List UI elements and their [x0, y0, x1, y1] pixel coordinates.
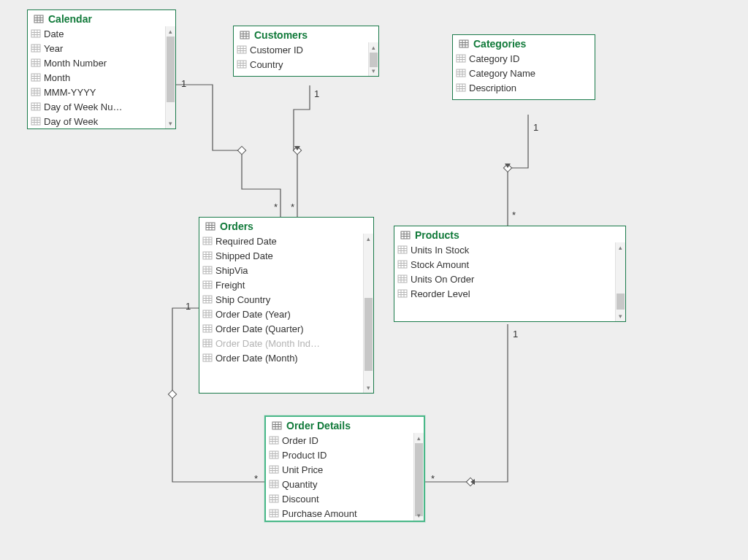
- entity-header-customers[interactable]: Customers: [234, 26, 378, 42]
- column-icon: [202, 353, 213, 363]
- entity-header-calendar[interactable]: Calendar: [28, 10, 175, 26]
- field-item[interactable]: Discount: [266, 491, 413, 506]
- entity-customers[interactable]: Customers Customer ID Country ▴ ▾: [233, 26, 379, 77]
- column-icon: [202, 236, 213, 246]
- field-item[interactable]: Date: [28, 26, 165, 41]
- field-item[interactable]: Month Number: [28, 55, 165, 70]
- table-icon: [34, 14, 44, 24]
- column-icon: [397, 274, 408, 284]
- field-item[interactable]: Freight: [199, 277, 363, 292]
- field-item[interactable]: Country: [234, 57, 368, 72]
- entity-title: Orders: [220, 220, 253, 232]
- scroll-down-icon[interactable]: ▾: [166, 118, 175, 129]
- scroll-up-icon[interactable]: ▴: [166, 26, 175, 37]
- entity-header-categories[interactable]: Categories: [453, 35, 595, 51]
- cardinality-customers-one: 1: [314, 88, 319, 99]
- field-item[interactable]: Month: [28, 70, 165, 85]
- svg-rect-123: [203, 340, 212, 347]
- svg-rect-33: [31, 88, 40, 96]
- svg-rect-88: [203, 237, 212, 245]
- field-item[interactable]: Order Date (Month): [199, 350, 363, 365]
- scrollbar[interactable]: ▴ ▾: [615, 242, 625, 321]
- table-icon: [240, 30, 250, 40]
- scroll-down-icon[interactable]: ▾: [616, 311, 625, 321]
- scroll-thumb[interactable]: [617, 294, 625, 310]
- svg-rect-63: [459, 40, 468, 47]
- entity-header-products[interactable]: Products: [394, 226, 625, 242]
- column-icon: [202, 294, 213, 304]
- field-item[interactable]: Order Date (Month Ind…: [199, 336, 363, 350]
- field-item[interactable]: Reorder Level: [394, 286, 615, 301]
- svg-marker-4: [505, 164, 511, 168]
- field-item[interactable]: Ship Country: [199, 292, 363, 307]
- field-item[interactable]: Stock Amount: [394, 257, 615, 272]
- scroll-up-icon[interactable]: ▴: [414, 433, 424, 443]
- scrollbar[interactable]: ▴ ▾: [413, 433, 424, 521]
- scrollbar[interactable]: ▴ ▾: [165, 26, 175, 129]
- field-item[interactable]: Category ID: [453, 51, 595, 66]
- column-icon: [202, 338, 213, 348]
- entity-header-orders[interactable]: Orders: [199, 218, 373, 234]
- scroll-up-icon[interactable]: ▴: [369, 42, 378, 53]
- entity-title: Customers: [254, 29, 308, 41]
- field-item[interactable]: Unit Price: [266, 462, 413, 477]
- field-item[interactable]: ShipVia: [199, 263, 363, 277]
- entity-header-orderdetails[interactable]: Order Details: [266, 417, 424, 433]
- svg-rect-58: [237, 61, 246, 68]
- scrollbar[interactable]: ▴ ▾: [363, 234, 373, 393]
- field-label: Shipped Date: [215, 250, 273, 261]
- field-label: Month: [44, 72, 70, 83]
- field-item[interactable]: Description: [453, 80, 595, 95]
- column-icon: [237, 45, 247, 55]
- field-item[interactable]: MMM-YYYY: [28, 85, 165, 99]
- scroll-thumb[interactable]: [167, 37, 175, 102]
- field-label: Ship Country: [215, 294, 270, 305]
- field-item[interactable]: Product ID: [266, 448, 413, 462]
- scroll-up-icon[interactable]: ▴: [616, 242, 625, 253]
- scroll-down-icon[interactable]: ▾: [414, 510, 424, 521]
- field-item[interactable]: Category Name: [453, 66, 595, 80]
- scroll-thumb[interactable]: [370, 53, 378, 67]
- svg-rect-13: [31, 30, 40, 37]
- field-label: Discount: [282, 494, 319, 505]
- svg-rect-153: [398, 290, 407, 297]
- svg-rect-173: [270, 466, 278, 473]
- field-item[interactable]: Units In Stock: [394, 242, 615, 257]
- field-item[interactable]: Units On Order: [394, 272, 615, 286]
- svg-marker-7: [470, 479, 475, 485]
- scrollbar[interactable]: ▴ ▾: [368, 42, 378, 76]
- entity-calendar[interactable]: Calendar Date Year Month Number Month MM…: [27, 9, 176, 129]
- svg-rect-6: [466, 477, 474, 486]
- entity-orders[interactable]: Orders Required Date Shipped Date ShipVi…: [199, 217, 374, 394]
- svg-rect-148: [398, 275, 407, 283]
- svg-rect-1: [293, 146, 301, 154]
- field-item[interactable]: Year: [28, 41, 165, 55]
- column-icon: [202, 280, 213, 290]
- svg-rect-143: [398, 261, 407, 268]
- scroll-down-icon[interactable]: ▾: [369, 66, 378, 76]
- field-item[interactable]: Day of Week: [28, 114, 165, 129]
- field-item[interactable]: Customer ID: [234, 42, 368, 57]
- field-item[interactable]: Shipped Date: [199, 248, 363, 263]
- scroll-thumb[interactable]: [415, 443, 423, 516]
- field-item[interactable]: Day of Week Nu…: [28, 99, 165, 114]
- cardinality-products-many: *: [512, 210, 516, 220]
- field-item[interactable]: Order ID: [266, 433, 413, 448]
- field-item[interactable]: Order Date (Quarter): [199, 321, 363, 336]
- field-item[interactable]: Required Date: [199, 234, 363, 248]
- column-icon: [456, 53, 466, 64]
- scroll-down-icon[interactable]: ▾: [364, 383, 373, 393]
- scroll-up-icon[interactable]: ▴: [364, 234, 373, 244]
- svg-rect-23: [31, 59, 40, 66]
- entity-products[interactable]: Products Units In Stock Stock Amount Uni…: [394, 226, 626, 322]
- cardinality-categories-one: 1: [533, 122, 538, 133]
- field-item[interactable]: Order Date (Year): [199, 307, 363, 321]
- erd-canvas[interactable]: 1 1 * * 1 * 1 * 1 * Calendar Date Year M…: [0, 0, 748, 560]
- table-icon: [459, 39, 469, 49]
- entity-categories[interactable]: Categories Category ID Category Name Des…: [452, 34, 595, 100]
- entity-orderdetails[interactable]: Order Details Order ID Product ID Unit P…: [264, 415, 425, 522]
- svg-rect-178: [270, 480, 278, 488]
- field-item[interactable]: Purchase Amount: [266, 506, 413, 521]
- scroll-thumb[interactable]: [365, 298, 373, 371]
- field-item[interactable]: Quantity: [266, 477, 413, 491]
